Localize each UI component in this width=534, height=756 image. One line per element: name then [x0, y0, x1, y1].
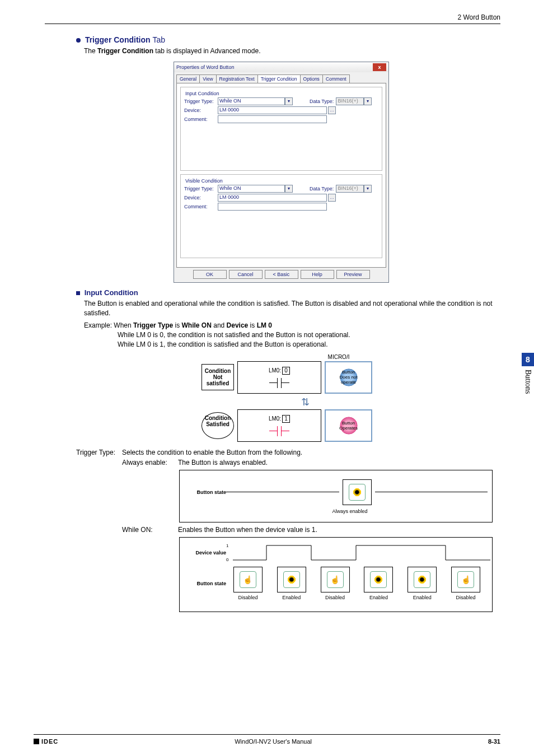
ex-b4: LM 0: [257, 321, 272, 329]
lm0-0-box: LM0: 0: [237, 361, 321, 394]
screen-not-operate: Button Does not operate: [325, 361, 372, 394]
browse-button[interactable]: …: [328, 194, 336, 202]
while-on-desc: Enables the Button when the device value…: [178, 526, 317, 534]
input-condition-heading: Input Condition: [76, 288, 500, 297]
vc-trigger-type-select[interactable]: While ON: [218, 185, 285, 193]
lm0-1-box: LM0: 1: [237, 409, 321, 442]
header-title: 2 Word Button: [458, 13, 501, 21]
click-enabled-icon: ✹: [370, 571, 387, 588]
dialog-window: Properties of Word Button x General View…: [174, 62, 389, 283]
close-button[interactable]: x: [373, 63, 386, 71]
condition-satisfied-row: Condition Satisfied LM0: 1 Button Operat…: [202, 409, 392, 442]
trigger-type-desc: Selects the condition to enable the Butt…: [122, 449, 500, 456]
cap-5: Disabled: [456, 595, 476, 600]
example-line2: While LM 0 is 1, the condition is satisf…: [118, 340, 500, 349]
click-enabled-icon: ✹: [349, 484, 366, 501]
ex-b1: Trigger Type: [133, 321, 173, 329]
lm0-value-1: 1: [282, 415, 290, 423]
ic-device-input[interactable]: LM 0000: [218, 106, 327, 114]
cancel-button[interactable]: Cancel: [229, 270, 263, 279]
cap-3: Enabled: [369, 595, 388, 600]
ok-button[interactable]: OK: [193, 270, 227, 279]
preview-button[interactable]: Preview: [336, 270, 370, 279]
condition-satisfied-box: Condition Satisfied: [202, 412, 234, 439]
button-state-label-1: Button state: [184, 489, 226, 495]
chevron-down-icon[interactable]: ▾: [364, 185, 372, 193]
button-not-operate-icon: Button Does not operate: [339, 367, 359, 388]
ex-m2: and: [212, 321, 227, 329]
vc-data-type-select[interactable]: BIN16(+): [336, 185, 364, 193]
ic-comment-input[interactable]: [218, 115, 327, 123]
while-on-diagram: Device value 1 0 Button state ☝Disabled …: [179, 537, 493, 612]
click-disabled-icon: ☝: [240, 571, 256, 588]
ic-trigger-type-select[interactable]: While ON: [218, 97, 285, 105]
cap-2: Disabled: [325, 595, 345, 600]
dialog-title-text: Properties of Word Button: [176, 64, 234, 70]
ic-data-type-select[interactable]: BIN16(+): [336, 97, 364, 105]
section-heading: Trigger Condition Tab: [76, 35, 500, 44]
condition-not-satisfied-box: Condition Not satisfied: [202, 364, 234, 390]
heading-main: Trigger Condition: [85, 35, 151, 44]
vc-comment-input[interactable]: [218, 203, 327, 211]
tab-comment[interactable]: Comment: [322, 74, 350, 83]
input-condition-fieldset: Input Condition Trigger Type: While ON ▾…: [180, 87, 382, 171]
visible-condition-legend: Visible Condition: [184, 178, 224, 184]
micro-diagram: MICRO/I Condition Not satisfied LM0: 0 B…: [202, 354, 392, 442]
brand-text: IDEC: [41, 738, 58, 745]
manual-title: WindO/I-NV2 User's Manual: [235, 738, 312, 745]
ex-prefix: Example: When: [84, 321, 133, 329]
cap-0: Disabled: [238, 595, 257, 600]
subheading-text: The Trigger Condition tab is displayed i…: [84, 46, 500, 56]
cap-4: Enabled: [413, 595, 432, 600]
heading-tab: Tab: [152, 35, 165, 44]
axis-1: 1: [226, 543, 228, 548]
button-state-label-2: Button state: [184, 581, 226, 586]
tab-trigger-condition[interactable]: Trigger Condition: [257, 74, 301, 83]
while-on-label: While ON:: [122, 526, 178, 534]
vc-device-label: Device:: [184, 195, 218, 200]
always-enabled-caption: Always enabled: [212, 508, 488, 514]
browse-button[interactable]: …: [328, 106, 336, 114]
dialog-titlebar: Properties of Word Button x: [174, 62, 388, 72]
updown-arrow-icon: ⇅: [218, 396, 392, 408]
dialog-body: Input Condition Trigger Type: While ON ▾…: [176, 83, 386, 268]
dialog-tabs: General View Registration Text Trigger C…: [174, 72, 388, 83]
input-condition-heading-text: Input Condition: [85, 288, 138, 297]
micro-title: MICRO/I: [285, 354, 392, 360]
dialog-button-row: OK Cancel < Basic Help Preview: [174, 270, 388, 282]
ic-device-label: Device:: [184, 108, 218, 113]
chevron-down-icon[interactable]: ▾: [285, 97, 293, 105]
click-enabled-icon: ✹: [414, 571, 430, 588]
vc-data-type-label: Data Type:: [310, 186, 334, 192]
help-button[interactable]: Help: [301, 270, 334, 279]
subheading-bold: Trigger Condition: [97, 47, 153, 55]
vc-device-input[interactable]: LM 0000: [218, 194, 327, 202]
tab-view[interactable]: View: [199, 74, 216, 83]
tab-options[interactable]: Options: [300, 74, 323, 83]
page-header: 2 Word Button: [45, 13, 500, 24]
chevron-down-icon[interactable]: ▾: [285, 185, 293, 193]
ic-comment-label: Comment:: [184, 116, 218, 122]
waveform: 1 0: [226, 543, 488, 562]
lm0-value-0: 0: [282, 367, 290, 375]
always-enabled-cell: ✹: [343, 479, 372, 505]
basic-button[interactable]: < Basic: [265, 270, 298, 279]
input-condition-legend: Input Condition: [184, 91, 221, 96]
always-enable-desc: The Button is always enabled.: [178, 459, 268, 466]
chevron-down-icon[interactable]: ▾: [364, 97, 372, 105]
ex-b2: While ON: [182, 321, 212, 329]
chapter-text: Buttons: [523, 370, 532, 394]
page-footer: IDEC WindO/I-NV2 User's Manual 8-31: [34, 734, 500, 745]
condition-not-satisfied-row: Condition Not satisfied LM0: 0 Button Do…: [202, 361, 392, 394]
axis-0: 0: [226, 557, 228, 562]
always-enabled-diagram: Button state ✹ Always enabled: [179, 470, 493, 522]
tab-registration-text[interactable]: Registration Text: [216, 74, 258, 83]
tab-general[interactable]: General: [176, 74, 200, 83]
click-enabled-icon: ✹: [283, 571, 300, 588]
ic-trigger-type-label: Trigger Type:: [184, 99, 218, 104]
brand-logo: IDEC: [34, 738, 58, 745]
vc-comment-label: Comment:: [184, 204, 218, 209]
example-line1: While LM 0 is 0, the condition is not sa…: [118, 330, 500, 340]
always-enable-def: Always enable: The Button is always enab…: [122, 459, 500, 466]
lm0-label-1: LM0:: [269, 416, 281, 422]
